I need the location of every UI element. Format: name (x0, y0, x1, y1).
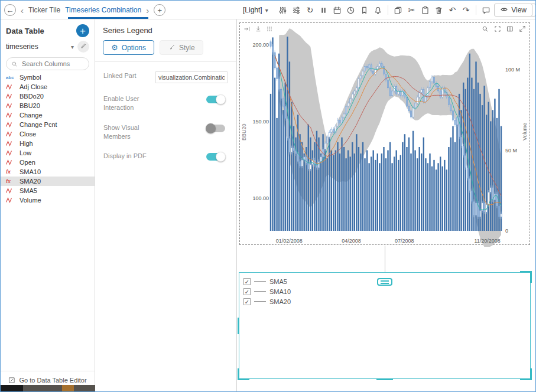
chevron-left-icon[interactable]: ‹ (21, 6, 24, 15)
bell-icon[interactable] (372, 4, 384, 17)
series-checkbox[interactable]: ✓ (243, 288, 251, 295)
edit-table-button[interactable] (77, 41, 89, 53)
selection-resize-handle[interactable] (376, 378, 393, 380)
search-icon[interactable] (481, 25, 489, 33)
cut-icon[interactable]: ✂ (406, 4, 417, 17)
drag-handle[interactable] (377, 278, 392, 286)
column-type-icon (6, 141, 16, 146)
column-type-icon: fx (6, 178, 16, 184)
column-list-item[interactable]: Open (1, 158, 95, 167)
expand-icon[interactable] (518, 25, 527, 33)
adjust-icon[interactable] (291, 4, 302, 17)
selection-corner[interactable] (520, 368, 532, 380)
pause-icon[interactable] (318, 4, 329, 17)
legend-series-item[interactable]: ✓ SMA5 (243, 276, 291, 286)
column-name: Open (20, 159, 35, 166)
series-legend-part[interactable]: ✓ SMA5 ✓ SMA10 ✓ SMA20 (239, 272, 531, 379)
toolbar: ← ‹ Ticker Tile Timeseries Combination ›… (1, 1, 535, 19)
calendar-icon[interactable] (332, 4, 343, 17)
go-to-data-table-editor-button[interactable]: Go to Data Table Editor (1, 371, 95, 384)
toggle-switch[interactable] (206, 125, 225, 132)
column-type-icon (6, 131, 16, 137)
tab-ticker-tile[interactable]: Ticker Tile (28, 6, 60, 14)
arrow-bar-down-icon[interactable] (254, 25, 262, 33)
undo-icon[interactable]: ↶ (447, 4, 458, 17)
back-button[interactable]: ← (4, 4, 16, 16)
column-list-item[interactable]: Change (1, 110, 95, 120)
part-connector-line (385, 246, 385, 272)
column-name: High (20, 140, 33, 147)
column-list-item[interactable]: Change Pcnt (1, 120, 95, 129)
column-list-item[interactable]: BBU20 (1, 101, 95, 110)
column-type-icon (6, 150, 16, 156)
series-checkbox[interactable]: ✓ (243, 298, 251, 305)
gear-icon: ⚙ (111, 44, 118, 51)
legend-series-item[interactable]: ✓ SMA10 (243, 286, 291, 296)
selection-resize-handle[interactable] (238, 318, 239, 334)
trash-icon[interactable] (433, 4, 444, 17)
svg-text:50 M: 50 M (505, 148, 517, 153)
refresh-icon[interactable]: ↻ (304, 4, 316, 17)
sidebar-title: Data Table (6, 27, 76, 35)
column-list-item[interactable]: fx SMA20 (1, 177, 95, 186)
search-columns-input[interactable] (21, 60, 84, 68)
linked-part-input[interactable] (155, 71, 228, 83)
column-name: Low (20, 149, 31, 156)
legend-series-item[interactable]: ✓ SMA20 (243, 296, 291, 306)
toggle-switch[interactable] (206, 153, 225, 161)
property-label: Display in PDF (103, 152, 165, 161)
toolbar-separator (388, 5, 388, 15)
view-button[interactable]: View (494, 4, 532, 17)
pages-icon[interactable] (506, 25, 514, 33)
series-label: SMA20 (269, 298, 291, 305)
comment-icon[interactable] (480, 4, 492, 17)
bookmark-icon[interactable] (359, 4, 370, 17)
series-checkbox[interactable]: ✓ (243, 278, 251, 285)
properties-title: Series Legend (95, 19, 236, 40)
column-list-item[interactable]: Close (1, 129, 95, 139)
column-name: Change Pcnt (20, 121, 57, 128)
column-type-icon (6, 159, 16, 165)
copy-icon[interactable] (392, 4, 404, 17)
column-list-item[interactable]: Volume (1, 195, 95, 205)
svg-text:01/02/2008: 01/02/2008 (276, 238, 303, 244)
arrow-bar-right-icon[interactable] (243, 25, 251, 33)
column-list-item[interactable]: BBDo20 (1, 92, 95, 101)
selection-corner[interactable] (520, 271, 532, 283)
visualization-part[interactable]: 200.00150.00100.00100 M50 M001/02/200804… (239, 22, 530, 245)
column-list-item[interactable]: abc Symbol (1, 73, 95, 82)
combination-chart[interactable]: 200.00150.00100.00100 M50 M001/02/200804… (241, 28, 531, 247)
sliders-icon[interactable] (277, 4, 288, 17)
view-label: View (511, 6, 527, 14)
chevron-right-icon[interactable]: › (146, 6, 149, 15)
redo-icon[interactable]: ↷ (460, 4, 472, 17)
add-dashboard-button[interactable]: + (154, 4, 165, 16)
column-name: SMA5 (20, 187, 37, 194)
column-list-item[interactable]: fx SMA10 (1, 167, 95, 177)
column-list-item[interactable]: Adj Close (1, 82, 95, 92)
fullscreen-icon[interactable] (493, 25, 502, 33)
column-name: Change (20, 112, 43, 119)
selection-corner[interactable] (238, 368, 249, 380)
dots-grid-icon[interactable] (265, 25, 274, 33)
paste-icon[interactable] (420, 4, 431, 17)
tab-timeseries-combination[interactable]: Timeseries Combination (65, 6, 141, 14)
column-type-icon (6, 122, 16, 128)
toggle-switch[interactable] (206, 96, 225, 103)
add-data-table-button[interactable]: + (76, 24, 89, 37)
toggle-knob (216, 152, 226, 162)
theme-selector[interactable]: [Light] ▾ (243, 1, 268, 19)
properties-panel: Series Legend ⚙ Options Style Linked Par… (95, 19, 237, 391)
taskbar-orange-segment (62, 385, 74, 391)
property-row: Show Visual Members (103, 123, 228, 141)
table-select[interactable]: timeseries (6, 43, 67, 51)
column-list-item[interactable]: SMA5 (1, 186, 95, 195)
caret-down-icon[interactable]: ▾ (71, 44, 74, 50)
history-icon[interactable] (345, 4, 356, 17)
column-name: BBDo20 (20, 93, 44, 100)
tab-options[interactable]: ⚙ Options (103, 40, 154, 55)
tab-style[interactable]: Style (160, 40, 203, 55)
column-list-item[interactable]: High (1, 139, 95, 148)
column-list: abc Symbol Adj Close BBDo20 BBU20 Change… (1, 73, 95, 205)
column-list-item[interactable]: Low (1, 148, 95, 158)
